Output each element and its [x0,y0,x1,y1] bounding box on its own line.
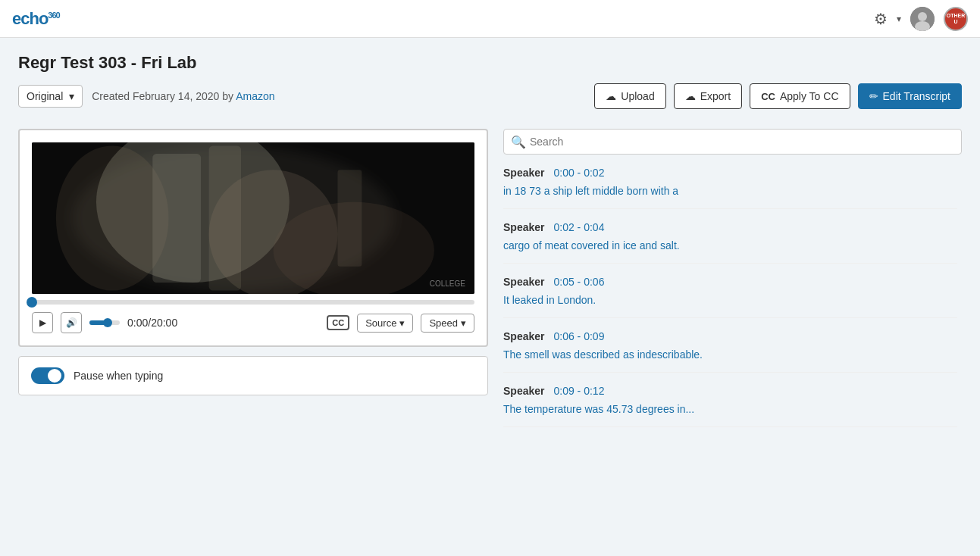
left-panel: COLLEGE ▶ 🔊 [18,129,488,547]
video-frame: COLLEGE [32,142,474,294]
created-date-value: February 14, 2020 [133,90,219,102]
pause-when-typing-label: Pause when typing [74,370,163,382]
upload-button[interactable]: ☁ Upload [594,83,665,109]
transcript-text: The smell was described as indescribable… [503,347,957,363]
other-u-badge: OTHERU [944,7,968,31]
search-input[interactable] [503,129,962,155]
cc-toggle-button[interactable]: CC [327,315,349,330]
volume-icon: 🔊 [66,317,77,328]
dropdown-selected-value: Original [27,90,63,102]
speaker-label: Speaker [503,385,544,397]
transcript-entry: Speaker0:02 - 0:04cargo of meat covered … [503,221,957,264]
transcript-text: in 18 73 a ship left middle born with a [503,183,957,199]
page-title: Regr Test 303 - Fri Lab [18,53,962,73]
source-label: Source [365,317,396,329]
transcript-list[interactable]: Speaker0:00 - 0:02in 18 73 a ship left m… [503,167,962,470]
speaker-row: Speaker0:09 - 0:12 [503,385,957,397]
video-watermark: COLLEGE [425,276,470,291]
search-icon: 🔍 [511,135,526,149]
search-container: 🔍 [503,129,962,155]
edit-transcript-button[interactable]: ✏ Edit Transcript [858,83,962,109]
logo-text: echo360 [12,9,60,29]
header-right: ⚙ ▾ OTHERU [874,7,968,31]
video-progress-bar[interactable] [32,300,474,305]
speed-chevron-icon: ▾ [461,317,466,329]
page-toolbar: Original ▾ Created February 14, 2020 by … [18,83,962,109]
transcript-text: cargo of meat covered in ice and salt. [503,238,957,254]
export-label: Export [700,90,731,102]
speaker-label: Speaker [503,330,544,342]
speaker-label: Speaker [503,276,544,288]
upload-icon: ☁ [606,90,616,102]
toggle-knob [48,369,61,383]
pause-toggle-switch[interactable] [31,367,64,384]
gear-icon[interactable]: ⚙ [874,10,888,28]
main-content: COLLEGE ▶ 🔊 [0,117,980,556]
created-by-value: Amazon [236,90,274,102]
time-display: 0:00/20:00 [127,317,177,329]
volume-dot [103,318,112,327]
created-text: Created February 14, 2020 by Amazon [92,90,274,102]
transcript-text: The temperature was 45.73 degrees in... [503,401,957,417]
video-controls: ▶ 🔊 0:00/20:00 CC Source ▾ [32,312,474,333]
progress-dot [27,297,37,308]
dropdown-chevron-icon: ▾ [69,90,74,102]
volume-track [89,320,120,325]
created-prefix: Created [92,90,130,102]
source-chevron-icon: ▾ [399,317,405,329]
speed-label: Speed [429,317,458,329]
transcript-text: It leaked in London. [503,292,957,308]
time-range[interactable]: 0:00 - 0:02 [553,167,604,179]
by-prefix: by [222,90,236,102]
apply-to-cc-button[interactable]: CC Apply To CC [750,83,850,109]
logo-360: 360 [48,10,59,19]
svg-point-1 [918,12,927,21]
transcript-entry: Speaker0:05 - 0:06It leaked in London. [503,276,957,318]
speaker-label: Speaker [503,221,544,233]
export-button[interactable]: ☁ Export [674,83,742,109]
pause-toggle-area: Pause when typing [18,356,488,395]
export-icon: ☁ [685,90,696,102]
video-container: COLLEGE ▶ 🔊 [18,129,488,347]
upload-label: Upload [621,90,654,102]
page-header: Regr Test 303 - Fri Lab Original ▾ Creat… [0,38,980,117]
app-header: echo360 ⚙ ▾ OTHERU [0,0,980,38]
transcript-entry: Speaker0:00 - 0:02in 18 73 a ship left m… [503,167,957,209]
source-dropdown-button[interactable]: Source ▾ [357,314,413,333]
time-range[interactable]: 0:06 - 0:09 [553,330,604,342]
toolbar-right: ☁ Upload ☁ Export CC Apply To CC ✏ Edit … [594,83,962,109]
volume-slider[interactable] [89,320,120,325]
transcript-entry: Speaker0:09 - 0:12The temperature was 45… [503,385,957,427]
video-screen[interactable]: COLLEGE [32,142,474,294]
speaker-row: Speaker0:02 - 0:04 [503,221,957,233]
toolbar-left: Original ▾ Created February 14, 2020 by … [18,85,275,108]
speaker-label: Speaker [503,167,544,179]
edit-transcript-label: Edit Transcript [883,90,950,102]
apply-cc-label: Apply To CC [780,90,839,102]
pencil-icon: ✏ [869,90,878,102]
right-panel: 🔍 Speaker0:00 - 0:02in 18 73 a ship left… [503,129,962,547]
transcript-version-dropdown[interactable]: Original ▾ [18,85,83,108]
time-range[interactable]: 0:05 - 0:06 [553,276,604,288]
play-button[interactable]: ▶ [32,312,53,333]
play-icon: ▶ [39,317,46,328]
logo-area: echo360 [12,9,60,29]
time-range[interactable]: 0:02 - 0:04 [553,221,604,233]
speaker-row: Speaker0:00 - 0:02 [503,167,957,179]
speed-dropdown-button[interactable]: Speed ▾ [421,314,474,333]
time-range[interactable]: 0:09 - 0:12 [553,385,604,397]
cc-icon: CC [761,91,775,102]
svg-point-11 [72,145,394,290]
volume-button[interactable]: 🔊 [61,312,82,333]
speaker-row: Speaker0:05 - 0:06 [503,276,957,288]
transcript-entry: Speaker0:06 - 0:09The smell was describe… [503,330,957,373]
avatar[interactable] [910,7,935,31]
speaker-row: Speaker0:06 - 0:09 [503,330,957,342]
logo-echo: echo [12,9,48,28]
chevron-down-icon[interactable]: ▾ [897,14,901,24]
